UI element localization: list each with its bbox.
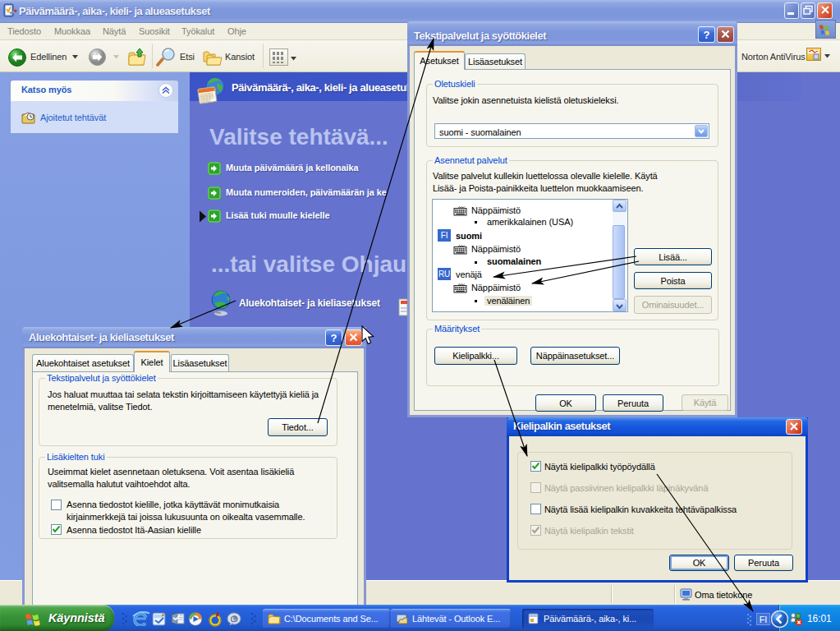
svg-text:?: ?	[704, 29, 710, 41]
svg-text:?: ?	[331, 332, 337, 344]
